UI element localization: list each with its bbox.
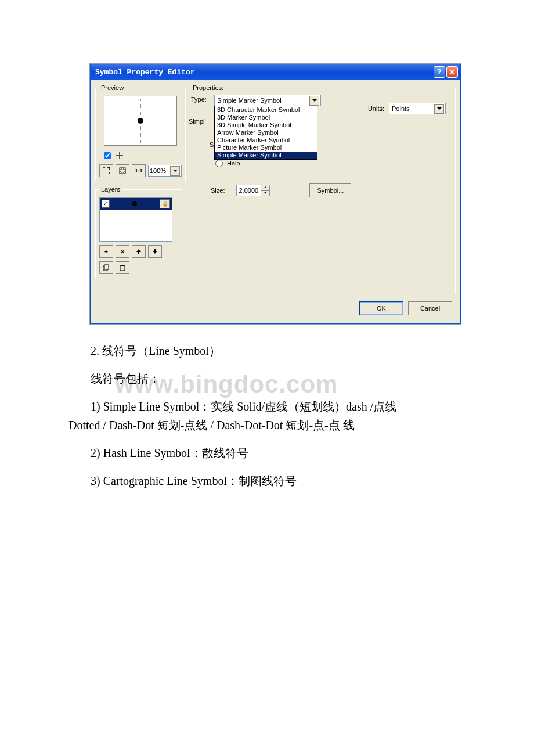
zoom-fullscreen-button[interactable] (116, 164, 129, 177)
zoom-actual-button[interactable]: 1:1 (132, 164, 146, 177)
layer-row[interactable]: ✓ 🔒 (100, 198, 172, 210)
type-dropdown-list[interactable]: 3D Character Marker Symbol 3D Marker Sym… (214, 106, 317, 160)
type-option[interactable]: 3D Character Marker Symbol (215, 106, 317, 114)
units-label: Units: (368, 105, 384, 112)
x-icon: ✕ (120, 249, 125, 255)
zoom-extents-button[interactable] (99, 164, 113, 177)
layer-symbol-preview (132, 201, 137, 206)
layer-visibility-checkbox[interactable]: ✓ (102, 200, 110, 208)
document-text: www.bingdoc.com 2. 线符号（Line Symbol） 线符号包… (68, 341, 475, 490)
delete-layer-button[interactable]: ✕ (116, 245, 129, 258)
doc-line-2: 2) Hash Line Symbol：散线符号 (68, 444, 475, 462)
type-dropdown[interactable]: Simple Marker Symbol (214, 95, 321, 106)
halo-label: Halo (227, 160, 240, 167)
copy-icon (103, 264, 110, 271)
doc-line-intro: 线符号包括： (68, 369, 475, 388)
doc-line-1b: Dotted / Dash-Dot 短划-点线 / Dash-Dot-Dot 短… (68, 416, 475, 434)
zoom-extents-icon (103, 167, 110, 174)
units-dropdown[interactable]: Points (389, 103, 446, 114)
layers-list[interactable]: ✓ 🔒 (99, 197, 172, 242)
type-label: Type: (191, 95, 214, 103)
svg-rect-4 (104, 265, 109, 269)
copy-layer-button[interactable] (99, 261, 113, 274)
svg-rect-6 (121, 265, 124, 266)
fullscreen-icon (119, 167, 126, 174)
type-option[interactable]: Character Marker Symbol (215, 136, 317, 144)
size-spinner[interactable]: 2.0000 ▲ ▼ (236, 185, 270, 196)
chevron-down-icon (309, 96, 319, 106)
one-to-one-icon: 1:1 (135, 168, 142, 174)
properties-group: Properties: Units: Points Type: Simple M… (187, 84, 456, 294)
titlebar[interactable]: Symbol Property Editor ? (91, 64, 460, 80)
size-value: 2.0000 (237, 187, 261, 194)
help-button[interactable]: ? (434, 66, 445, 78)
preview-group: Preview (95, 84, 186, 181)
close-button[interactable] (446, 66, 458, 78)
chevron-down-icon (170, 166, 180, 176)
cancel-button[interactable]: Cancel (408, 301, 452, 315)
type-option[interactable]: 3D Simple Marker Symbol (215, 121, 317, 129)
paste-icon (119, 264, 126, 271)
doc-line-1a: 1) Simple Line Symbol：实线 Solid/虚线（短划线）da… (68, 397, 475, 416)
halo-radio[interactable] (215, 160, 223, 167)
chevron-down-icon (434, 104, 444, 114)
size-increment-button[interactable]: ▲ (261, 185, 269, 190)
plus-icon: + (104, 249, 108, 255)
symbol-property-editor-dialog: Symbol Property Editor ? Preview (90, 64, 461, 324)
svg-rect-2 (120, 168, 125, 174)
preview-checkbox[interactable] (104, 152, 111, 159)
type-option[interactable]: Picture Marker Symbol (215, 144, 317, 152)
preview-canvas (104, 96, 177, 146)
properties-legend: Properties: (191, 84, 225, 91)
marker-dot (138, 118, 143, 124)
type-value: Simple Marker Symbol (217, 97, 282, 104)
layers-legend: Layers (99, 186, 122, 193)
add-layer-button[interactable]: + (99, 245, 113, 258)
ok-button[interactable]: OK (359, 301, 403, 315)
layer-lock-icon[interactable]: 🔒 (160, 199, 170, 208)
layers-group: Layers ✓ 🔒 + ✕ (95, 186, 182, 278)
doc-line-3: 3) Cartographic Line Symbol：制图线符号 (68, 471, 475, 490)
svg-rect-5 (120, 265, 125, 271)
symbol-button[interactable]: Symbol... (309, 183, 351, 197)
size-decrement-button[interactable]: ▼ (261, 190, 269, 196)
move-layer-up-button[interactable] (132, 245, 146, 258)
tab-simple-truncated: Simpl (189, 118, 205, 125)
paste-layer-button[interactable] (116, 261, 129, 274)
preview-legend: Preview (99, 84, 125, 91)
size-label: Size: (211, 187, 225, 194)
close-icon (449, 69, 455, 75)
type-option[interactable]: Arrow Marker Symbol (215, 129, 317, 136)
zoom-value: 100% (150, 167, 166, 174)
window-title: Symbol Property Editor (95, 68, 432, 77)
doc-heading-2: 2. 线符号（Line Symbol） (68, 341, 475, 360)
units-value: Points (392, 105, 410, 112)
arrow-down-icon (152, 249, 158, 254)
move-layer-down-button[interactable] (148, 245, 162, 258)
type-option-selected[interactable]: Simple Marker Symbol (215, 152, 317, 159)
crosshair-icon (116, 152, 123, 159)
type-option[interactable]: 3D Marker Symbol (215, 114, 317, 121)
zoom-dropdown[interactable]: 100% (148, 165, 182, 177)
arrow-up-icon (136, 249, 142, 254)
